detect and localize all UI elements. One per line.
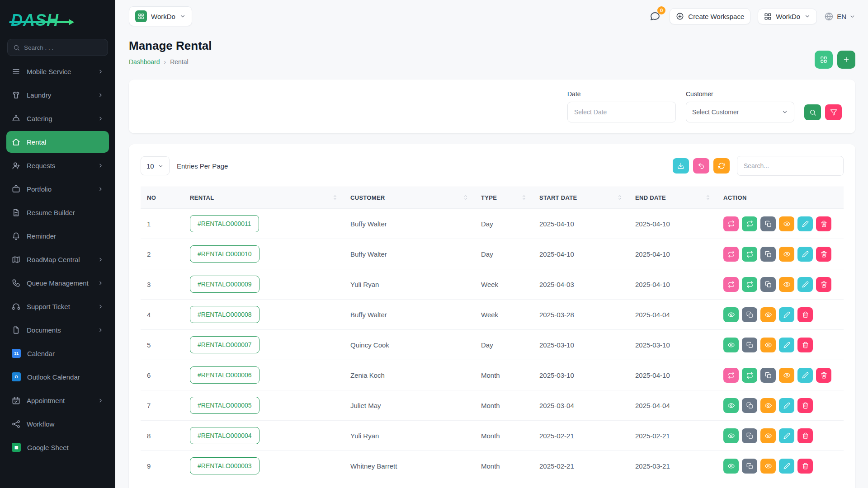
add-button[interactable] [837,51,855,69]
copy-button[interactable] [760,277,776,292]
renew-button[interactable] [742,277,757,292]
sidebar-item-documents[interactable]: Documents [6,319,109,341]
preview-button[interactable] [779,247,794,262]
copy-button[interactable] [742,459,757,474]
edit-button[interactable] [779,307,794,322]
view-button[interactable] [723,459,739,474]
delete-button[interactable] [797,307,813,322]
sidebar-item-google-sheet[interactable]: ▦Google Sheet [6,436,109,458]
convert-button[interactable] [723,368,739,383]
copy-button[interactable] [760,247,776,262]
rental-id-button[interactable]: #RENTALO000007 [190,336,259,353]
rental-id-button[interactable]: #RENTALO000005 [190,397,259,414]
edit-button[interactable] [797,368,813,383]
download-button[interactable] [673,158,689,174]
column-header-start-date[interactable]: START DATE [533,187,629,209]
preview-button[interactable] [760,428,776,443]
sidebar-item-mobile-service[interactable]: Mobile Service [6,61,109,82]
delete-button[interactable] [797,428,813,443]
preview-button[interactable] [779,277,794,292]
preview-button[interactable] [760,398,776,413]
sidebar-item-portfolio[interactable]: Portfolio [6,178,109,200]
rental-id-button[interactable]: #RENTALO000004 [190,427,259,444]
delete-button[interactable] [816,277,831,292]
convert-button[interactable] [723,216,739,231]
refresh-button[interactable] [713,158,730,174]
sidebar-item-appointment[interactable]: Appointment [6,389,109,411]
view-button[interactable] [723,398,739,413]
rental-id-button[interactable]: #RENTALO000008 [190,306,259,323]
view-button[interactable] [723,338,739,352]
copy-button[interactable] [742,428,757,443]
search-button[interactable] [804,104,821,120]
rental-id-button[interactable]: #RENTALO000009 [190,276,259,293]
delete-button[interactable] [816,247,831,262]
sidebar-item-roadmap-central[interactable]: RoadMap Central [6,249,109,270]
rental-id-button[interactable]: #RENTALO000003 [190,457,259,474]
sidebar-item-support-ticket[interactable]: Support Ticket [6,296,109,317]
reset-button[interactable] [825,104,842,120]
workspace-switcher[interactable]: WorkDo [129,6,192,26]
create-workspace-button[interactable]: Create Workspace [670,8,750,24]
preview-button[interactable] [760,307,776,322]
sidebar-search-input[interactable] [24,44,102,51]
view-button[interactable] [723,428,739,443]
sidebar-item-queue-management[interactable]: Queue Management [6,272,109,294]
preview-button[interactable] [779,368,794,383]
edit-button[interactable] [797,277,813,292]
edit-button[interactable] [779,428,794,443]
edit-button[interactable] [779,459,794,474]
sidebar-item-reminder[interactable]: Reminder [6,225,109,247]
sidebar-item-resume-builder[interactable]: Resume Builder [6,202,109,223]
entries-per-page-select[interactable]: 10 [141,156,170,175]
delete-button[interactable] [797,398,813,413]
copy-button[interactable] [760,216,776,231]
undo-button[interactable] [693,158,709,174]
edit-button[interactable] [779,398,794,413]
preview-button[interactable] [760,338,776,352]
table-row: 5#RENTALO000007Quincy CookDay2025-03-102… [141,330,844,360]
copy-button[interactable] [742,307,757,322]
sidebar-item-outlook-calendar[interactable]: OOutlook Calendar [6,366,109,388]
sidebar-item-laundry[interactable]: Laundry [6,84,109,106]
sidebar-item-requests[interactable]: Requests [6,155,109,176]
edit-button[interactable] [779,338,794,352]
language-switcher[interactable]: EN [824,12,855,21]
breadcrumb-dashboard-link[interactable]: Dashboard [129,58,160,66]
grid-view-button[interactable] [815,51,833,69]
renew-button[interactable] [742,216,757,231]
column-header-type[interactable]: TYPE [475,187,533,209]
edit-button[interactable] [797,247,813,262]
sidebar-item-workflow[interactable]: Workflow [6,413,109,435]
delete-button[interactable] [816,368,831,383]
renew-button[interactable] [742,247,757,262]
delete-button[interactable] [797,459,813,474]
view-button[interactable] [723,307,739,322]
copy-button[interactable] [760,368,776,383]
preview-button[interactable] [760,459,776,474]
delete-button[interactable] [797,338,813,352]
sidebar-item-rental[interactable]: Rental [6,131,109,153]
messages-button[interactable]: 0 [648,9,662,23]
renew-button[interactable] [742,368,757,383]
column-header-rental[interactable]: RENTAL [184,187,344,209]
table-search-input[interactable] [737,156,844,176]
sidebar-item-calendar[interactable]: 31Calendar [6,343,109,364]
edit-button[interactable] [797,216,813,231]
sidebar-item-catering[interactable]: Catering [6,108,109,129]
sidebar-search[interactable] [7,39,108,56]
preview-button[interactable] [779,216,794,231]
column-header-end-date[interactable]: END DATE [629,187,717,209]
rental-id-button[interactable]: #RENTALO000011 [190,215,259,232]
convert-button[interactable] [723,247,739,262]
rental-id-button[interactable]: #RENTALO000006 [190,366,259,384]
rental-id-button[interactable]: #RENTALO000010 [190,245,259,263]
customer-select[interactable]: Select Customer [686,102,794,122]
delete-button[interactable] [816,216,831,231]
copy-button[interactable] [742,338,757,352]
date-input[interactable] [567,102,676,122]
copy-button[interactable] [742,398,757,413]
convert-button[interactable] [723,277,739,292]
user-menu-button[interactable]: WorkDo [758,9,817,24]
column-header-customer[interactable]: CUSTOMER [344,187,475,209]
